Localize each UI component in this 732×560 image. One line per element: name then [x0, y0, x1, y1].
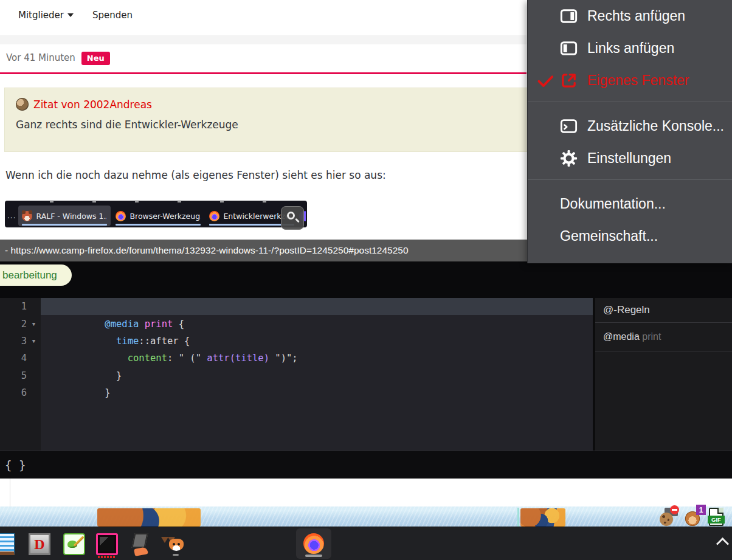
style-editor-toolbar: bearbeitung: [0, 261, 732, 298]
post-timestamp[interactable]: Vor 41 MinutenNeu: [6, 52, 110, 65]
windows-taskbar: D Windows 11 4 - Smalltall: [0, 527, 732, 560]
editor-line[interactable]: 5 }: [0, 367, 593, 384]
desktop-wallpaper-strip: [0, 506, 732, 527]
menu-item-links-anfügen[interactable]: Links anfügen: [528, 32, 732, 64]
image-zoom-button[interactable]: [281, 206, 304, 230]
at-rule-media-print[interactable]: @media print: [595, 323, 732, 351]
tablet-icon: [131, 533, 148, 548]
wallpaper-artwork: [520, 508, 565, 527]
at-rules-header: @-Regeln: [595, 298, 732, 323]
divider: [10, 479, 10, 506]
code-text: @media print {: [41, 315, 593, 332]
active-indicator-bar: [305, 555, 322, 557]
menu-item-rechts-anfügen[interactable]: Rechts anfügen: [528, 0, 732, 32]
menu-item-zusätzliche-konsole[interactable]: Zusätzliche Konsole...: [528, 110, 732, 142]
line-number: 4: [0, 353, 27, 364]
media-sidebar-toggle[interactable]: { }: [0, 458, 26, 472]
post-time-label: Vor 41 Minuten: [6, 52, 75, 63]
screenshot-overflow-tab: ...: [6, 212, 18, 226]
menu-item-label: Rechts anfügen: [587, 8, 685, 24]
monkey-extension-icon[interactable]: 1: [685, 508, 703, 526]
code-text: time::after {: [41, 333, 593, 350]
nav-mitglieder-label: Mitglieder: [18, 10, 64, 21]
wallpaper-artwork: [97, 508, 201, 527]
menu-item-label: Gemeinschaft...: [560, 228, 658, 244]
magnifier-icon: [287, 212, 295, 220]
editor-line[interactable]: 1: [0, 298, 593, 315]
gear-icon: [559, 149, 578, 168]
d-app-icon[interactable]: D: [29, 533, 50, 555]
line-number: 6: [0, 387, 27, 398]
attached-screenshot-image[interactable]: ... RALF - Windows 1...Browser-Werkzeug.…: [5, 201, 307, 227]
menu-item-label: Links anfügen: [587, 40, 674, 57]
background-gap: [0, 479, 732, 506]
line-number: 1: [0, 301, 27, 312]
menu-item-einstellungen[interactable]: Einstellungen: [528, 142, 732, 175]
notepad-plus-plus-icon[interactable]: [63, 533, 85, 555]
menu-separator: [528, 102, 732, 102]
fold-arrow-icon[interactable]: ▼: [27, 338, 41, 344]
separate-window-icon: [559, 71, 578, 90]
gif-file-icon[interactable]: GIF: [708, 508, 725, 526]
fox-icon: [168, 537, 168, 551]
red-panda-icon: [22, 211, 32, 221]
code-editor[interactable]: 12▼ @media print {3▼ time::after {4 cont…: [0, 298, 593, 451]
screenshot-tab-label: Browser-Werkzeug...: [129, 212, 201, 221]
line-number: 2: [0, 319, 27, 330]
firefox-icon: [209, 211, 219, 221]
line-number: 3: [0, 336, 27, 347]
editor-line[interactable]: 4 content: " (" attr(title) ")";: [0, 350, 593, 367]
post-divider-rule: [0, 72, 527, 74]
stylesheet-pill[interactable]: bearbeitung: [0, 264, 72, 286]
nav-item-mitglieder[interactable]: Mitglieder: [18, 10, 74, 21]
nav-item-spenden[interactable]: Spenden: [92, 10, 133, 21]
minus-badge: [670, 505, 679, 514]
code-text: }: [41, 367, 593, 384]
screenshot-tab-label: RALF - Windows 1...: [36, 212, 107, 221]
menu-item-label: Dokumentation...: [560, 196, 666, 212]
quote-title-link[interactable]: Zitat von 2002Andreas: [33, 99, 152, 111]
post-paragraph: Wenn ich die noch dazu nehme (als eigene…: [5, 169, 522, 181]
rule-at-label: @media: [603, 331, 640, 342]
count-badge: 1: [696, 505, 706, 515]
rule-condition-label: print: [640, 331, 661, 342]
editor-line[interactable]: 2▼ @media print {: [0, 315, 593, 332]
new-badge: Neu: [81, 52, 110, 65]
menu-item-gemeinschaft[interactable]: Gemeinschaft...: [528, 220, 732, 252]
fold-arrow-icon[interactable]: ▼: [27, 321, 41, 327]
editor-line[interactable]: 6 }: [0, 384, 593, 401]
code-text: }: [41, 384, 593, 401]
at-rules-panel: @-Regeln @media print: [595, 298, 732, 451]
menu-item-eigenes-fenster[interactable]: Eigenes Fenster: [528, 64, 732, 97]
cookie-icon: [660, 513, 673, 526]
console-icon: [559, 117, 578, 136]
running-indicator-dot: [173, 554, 179, 556]
circuit-app-icon[interactable]: [96, 533, 118, 555]
wallpaper-divider: [517, 508, 519, 527]
taskbar-overflow-chevron[interactable]: [716, 537, 730, 548]
checkmark-icon: [536, 72, 554, 90]
devtools-menu: Rechts anfügenLinks anfügenEigenes Fenst…: [527, 0, 732, 263]
menu-item-dokumentation[interactable]: Dokumentation...: [528, 188, 732, 220]
gif-label: GIF: [708, 516, 725, 524]
dock-right-icon: [559, 7, 578, 26]
forum-header: Mitglieder Spenden: [0, 0, 527, 35]
menu-item-label: Einstellungen: [587, 150, 671, 167]
screenshot-tab: RALF - Windows 1...: [18, 206, 111, 226]
stylus-app-icon[interactable]: [131, 533, 153, 555]
firefox-icon: [116, 211, 126, 221]
editor-line[interactable]: 3▼ time::after {: [0, 333, 593, 350]
notepad-app-icon[interactable]: [0, 533, 15, 555]
dock-left-icon: [559, 39, 578, 58]
devtools-footer: { }: [0, 451, 732, 479]
avatar[interactable]: [16, 98, 29, 111]
chevron-down-icon: [67, 13, 74, 17]
menu-separator: [528, 179, 732, 180]
firefox-icon: [303, 533, 324, 554]
divider-band: [0, 35, 527, 44]
cookie-blocker-icon[interactable]: [660, 508, 678, 526]
menu-item-label: Eigenes Fenster: [587, 72, 689, 89]
hand-icon: [134, 547, 148, 556]
code-text: content: " (" attr(title) ")";: [41, 350, 593, 367]
code-text: [41, 298, 593, 315]
